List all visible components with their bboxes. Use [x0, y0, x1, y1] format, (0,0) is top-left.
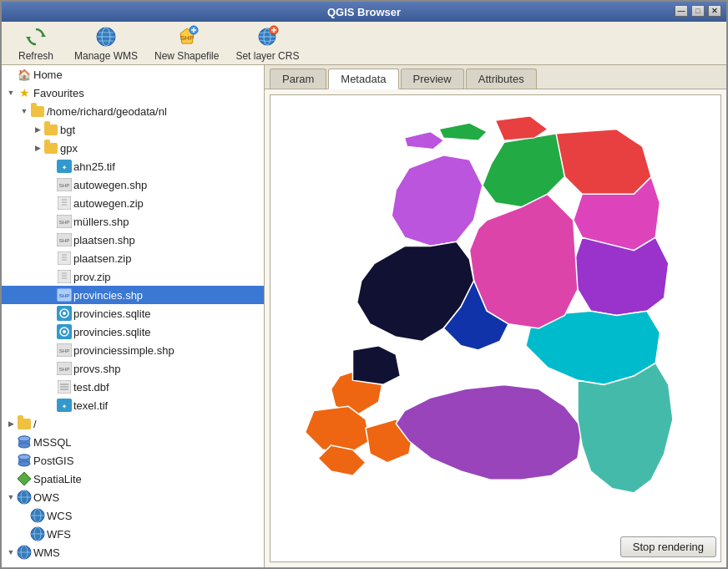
shp-icon: SHP: [57, 361, 72, 376]
new-shapefile-button[interactable]: SHP New Shapefile: [147, 21, 226, 66]
folder-icon: [43, 140, 58, 155]
sidebar-item-provs-shp[interactable]: SHP provs.shp: [2, 359, 264, 378]
sidebar-item-label: PostGIS: [33, 455, 73, 467]
new-shapefile-label: New Shapefile: [154, 50, 219, 62]
tab-attributes[interactable]: Attributes: [466, 69, 537, 89]
db-icon: [17, 453, 32, 468]
sidebar-item-postgis[interactable]: PostGIS: [2, 451, 264, 470]
folder-icon: [30, 104, 45, 119]
manage-wms-label: Manage WMS: [74, 50, 138, 62]
sidebar-item-provincies-sqlite2[interactable]: provincies.sqlite: [2, 323, 264, 341]
svg-point-58: [18, 443, 30, 448]
expand-arrow: [5, 491, 17, 503]
svg-text:SHP: SHP: [59, 238, 69, 243]
globe-icon: [30, 526, 45, 541]
tab-preview[interactable]: Preview: [401, 69, 464, 89]
sidebar-item-bgt[interactable]: bgt: [2, 120, 264, 139]
window-title: QGIS Browser: [327, 6, 401, 18]
sidebar-item-wms[interactable]: WMS: [2, 543, 264, 561]
sidebar-item-prov-zip[interactable]: prov.zip: [2, 267, 264, 286]
stop-rendering-button[interactable]: Stop rendering: [620, 536, 716, 557]
sidebar-item-provincies-sqlite1[interactable]: provincies.sqlite: [2, 304, 264, 323]
sidebar-item-autowegen-shp[interactable]: SHP autowegen.shp: [2, 175, 264, 194]
shp-icon: SHP: [57, 343, 72, 358]
svg-marker-64: [18, 472, 31, 485]
shp-icon: SHP: [57, 287, 72, 302]
spatialite-icon: [17, 471, 32, 486]
sidebar-item-mullers-shp[interactable]: SHP müllers.shp: [2, 212, 264, 231]
tab-param[interactable]: Param: [270, 69, 326, 89]
sidebar-item-home[interactable]: 🏠 Home: [2, 65, 264, 84]
sidebar-item-provinciessimple-shp[interactable]: SHP provinciessimple.shp: [2, 341, 264, 359]
sidebar-item-plaatsen-zip[interactable]: plaatsen.zip: [2, 249, 264, 267]
window-controls: — □ ✕: [675, 5, 721, 17]
set-layer-crs-button[interactable]: Set layer CRS: [228, 21, 306, 66]
sidebar-item-label: provs.shp: [73, 363, 120, 375]
sidebar-item-gpx[interactable]: gpx: [2, 139, 264, 157]
sidebar-item-label: gpx: [60, 142, 78, 155]
home-icon: 🏠: [17, 67, 32, 82]
sidebar-item-label: WMS brt: [47, 565, 89, 568]
sidebar-item-label: MSSQL: [33, 436, 72, 449]
sidebar-item-label: /home/richard/geodata/nl: [47, 105, 167, 118]
svg-point-45: [63, 330, 66, 333]
sidebar-item-label: provincies.sqlite: [73, 307, 151, 320]
star-icon: ★: [17, 85, 32, 100]
refresh-icon: [24, 25, 48, 48]
svg-text:SHP: SHP: [179, 34, 193, 42]
refresh-button[interactable]: Refresh: [7, 21, 65, 66]
set-layer-crs-label: Set layer CRS: [235, 50, 299, 62]
wms-arrow-icon: [30, 563, 45, 567]
tab-metadata[interactable]: Metadata: [328, 69, 398, 89]
content-area: Param Metadata Preview Attributes: [265, 65, 726, 567]
sqlite-icon: [57, 306, 72, 321]
netherlands-map: [270, 95, 720, 561]
svg-point-62: [18, 461, 30, 466]
zip-icon: [57, 196, 72, 211]
svg-rect-34: [58, 270, 71, 283]
sidebar-item-ows[interactable]: OWS: [2, 488, 264, 506]
sidebar-item-plaatsen-shp[interactable]: SHP plaatsen.shp: [2, 231, 264, 249]
sidebar-item-spatialite[interactable]: SpatiaLite: [2, 470, 264, 488]
zip-icon: [57, 269, 72, 284]
minimize-button[interactable]: —: [675, 5, 688, 17]
maximize-button[interactable]: □: [691, 5, 705, 17]
sidebar-item-label: autowegen.shp: [73, 179, 147, 191]
title-bar: QGIS Browser — □ ✕: [2, 2, 726, 22]
shapefile-icon: SHP: [175, 25, 199, 48]
shp-icon: SHP: [57, 177, 72, 192]
sidebar-item-test-dbf[interactable]: test.dbf: [2, 378, 264, 396]
svg-text:SHP: SHP: [59, 220, 69, 225]
sidebar-item-geodata[interactable]: /home/richard/geodata/nl: [2, 102, 264, 120]
file-tree[interactable]: 🏠 Home ★ Favourites /home/richard/geodat…: [2, 65, 265, 567]
svg-rect-30: [58, 251, 71, 265]
crs-icon: [255, 25, 279, 48]
db-icon: [17, 434, 32, 450]
svg-text:SHP: SHP: [59, 367, 69, 372]
sidebar-item-wms-brt[interactable]: WMS brt: [2, 561, 264, 567]
main-window: QGIS Browser — □ ✕ Refresh: [0, 0, 728, 569]
sidebar-item-ahn25tif[interactable]: ✦ ahn25.tif: [2, 157, 264, 175]
sidebar-item-provincies-shp[interactable]: SHP provincies.shp: [2, 286, 264, 304]
wms-icon: [94, 25, 118, 48]
manage-wms-button[interactable]: Manage WMS: [67, 21, 145, 66]
globe-icon: [17, 490, 32, 505]
main-area: 🏠 Home ★ Favourites /home/richard/geodat…: [2, 65, 726, 567]
tif-icon: ✦: [57, 159, 72, 174]
sidebar-item-mssql[interactable]: MSSQL: [2, 433, 264, 451]
svg-text:SHP: SHP: [59, 183, 69, 188]
sidebar-item-favourites[interactable]: ★ Favourites: [2, 84, 264, 102]
close-button[interactable]: ✕: [708, 5, 721, 17]
sidebar-item-wfs[interactable]: WFS: [2, 525, 264, 543]
sidebar-item-label: WFS: [47, 528, 71, 541]
sidebar-item-autowegen-zip[interactable]: autowegen.zip: [2, 194, 264, 212]
sidebar-item-label: plaatsen.shp: [73, 234, 135, 246]
expand-arrow: [5, 418, 17, 429]
sidebar-item-wcs[interactable]: WCS: [2, 506, 264, 525]
sidebar-item-texel-tif[interactable]: ✦ texel.tif: [2, 396, 264, 414]
expand-arrow: [32, 124, 43, 135]
expand-arrow: [5, 546, 17, 558]
sidebar-item-label: texel.tif: [73, 399, 108, 412]
sidebar-item-label: /: [33, 418, 37, 430]
sidebar-item-root[interactable]: /: [2, 414, 264, 433]
